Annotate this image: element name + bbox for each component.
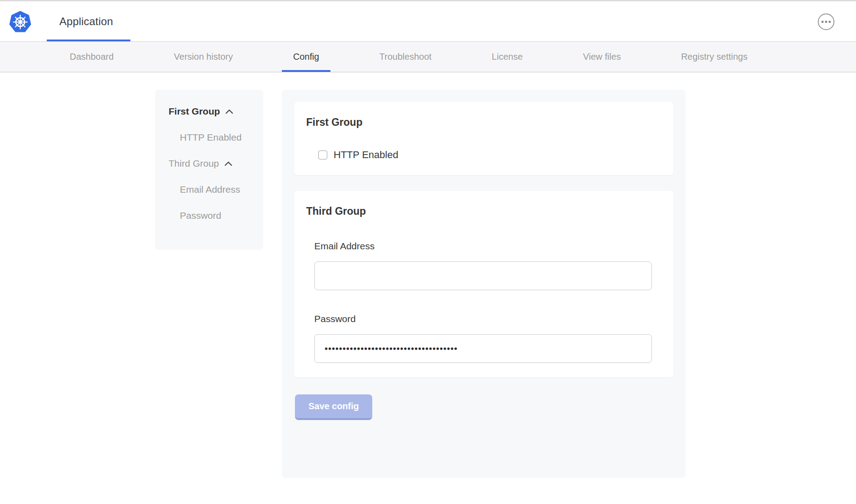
config-panel: First Group HTTP Enabled Third Group Ema… [282, 90, 686, 478]
sidebar-item-label: First Group [169, 106, 220, 117]
tab-license[interactable]: License [492, 42, 523, 72]
sidebar-item-label: Email Address [180, 184, 240, 195]
config-group-card-third: Third Group Email Address Password [294, 191, 673, 377]
dot [829, 21, 831, 23]
app-header: Application [0, 0, 856, 42]
sidebar-item-email-address[interactable]: Email Address [155, 180, 263, 199]
password-label: Password [314, 314, 652, 324]
tab-version-history[interactable]: Version history [174, 42, 233, 72]
tab-registry-settings[interactable]: Registry settings [681, 42, 748, 72]
dot [821, 21, 824, 23]
http-enabled-field: HTTP Enabled [306, 149, 661, 161]
http-enabled-label[interactable]: HTTP Enabled [334, 149, 398, 161]
sidebar-item-password[interactable]: Password [155, 206, 263, 225]
sidebar-item-label: Password [180, 210, 221, 221]
kubernetes-logo-icon [8, 9, 33, 34]
tab-config[interactable]: Config [293, 42, 319, 72]
sidebar-item-third-group[interactable]: Third Group [155, 154, 263, 173]
dot [825, 21, 827, 23]
group-title: Third Group [306, 205, 661, 217]
chevron-up-icon [225, 109, 233, 115]
email-address-label: Email Address [314, 241, 652, 252]
sidebar-item-label: HTTP Enabled [180, 132, 241, 143]
tab-troubleshoot[interactable]: Troubleshoot [379, 42, 432, 72]
config-group-card-first: First Group HTTP Enabled [294, 102, 673, 175]
tab-view-files[interactable]: View files [583, 42, 621, 72]
ellipsis-menu-icon[interactable] [818, 13, 834, 30]
tab-application[interactable]: Application [59, 1, 113, 41]
sidebar-item-http-enabled[interactable]: HTTP Enabled [155, 128, 263, 147]
secondary-nav: Dashboard Version history Config Trouble… [0, 42, 856, 72]
save-config-button[interactable]: Save config [295, 394, 372, 420]
password-input[interactable] [314, 334, 652, 363]
email-address-input[interactable] [314, 261, 652, 290]
tab-dashboard[interactable]: Dashboard [70, 42, 114, 72]
http-enabled-checkbox[interactable] [318, 150, 327, 159]
sidebar-item-label: Third Group [169, 158, 219, 169]
group-title: First Group [306, 116, 661, 128]
fields: Email Address Password [314, 241, 652, 363]
sidebar-item-first-group[interactable]: First Group [155, 102, 263, 121]
config-groups-sidebar: First Group HTTP Enabled Third Group Ema… [155, 90, 263, 250]
chevron-up-icon [224, 161, 232, 167]
